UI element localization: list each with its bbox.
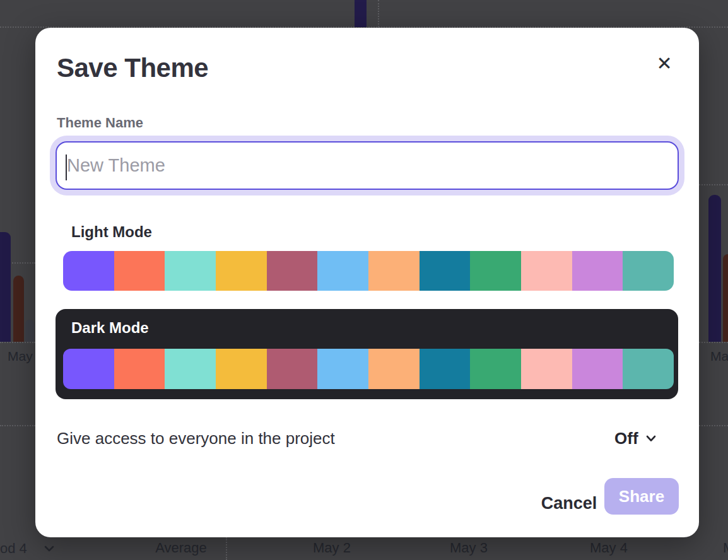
palette-swatch [63, 251, 114, 291]
palette-swatch [165, 251, 216, 291]
dark-mode-label: Dark Mode [71, 319, 149, 337]
dialog-title: Save Theme [57, 53, 208, 83]
bg-gridline-vertical [378, 0, 379, 27]
bg-axis-label-partial: M [723, 540, 728, 556]
palette-swatch [114, 349, 165, 389]
theme-name-label: Theme Name [57, 115, 143, 131]
bg-axis-label-may3: May 3 [450, 540, 488, 556]
palette-swatch [368, 251, 420, 291]
text-cursor [66, 155, 67, 180]
cancel-button[interactable]: Cancel [520, 486, 618, 521]
theme-name-field-wrapper [56, 141, 679, 190]
bg-chart-bar [25, 320, 34, 342]
bg-baseline [699, 342, 728, 343]
palette-swatch [63, 349, 114, 389]
bg-baseline [0, 342, 35, 343]
palette-swatch [521, 349, 572, 389]
palette-swatch [420, 349, 471, 389]
chevron-down-icon[interactable] [44, 545, 55, 552]
bg-gridline [0, 425, 35, 426]
bg-month-label-right: Ma [710, 349, 728, 364]
bg-axis-label-may4: May 4 [590, 540, 628, 556]
dark-mode-card: Dark Mode [56, 309, 678, 399]
bg-period-selector[interactable]: od 4 [0, 540, 27, 557]
palette-swatch [317, 251, 368, 291]
palette-swatch [521, 251, 572, 291]
access-dropdown-value: Off [614, 429, 638, 448]
bg-gridline-vertical [226, 537, 227, 560]
palette-swatch [572, 349, 623, 389]
bg-chart-bar [708, 195, 721, 342]
palette-swatch [470, 251, 521, 291]
palette-swatch [216, 251, 267, 291]
theme-name-input[interactable] [67, 155, 667, 176]
bg-axis-label-average: Average [155, 540, 207, 556]
palette-swatch [267, 251, 318, 291]
dark-mode-palette [63, 349, 674, 389]
bg-chart-bar [0, 232, 11, 342]
palette-swatch [470, 349, 521, 389]
access-dropdown[interactable]: Off [614, 426, 671, 450]
palette-swatch [623, 251, 674, 291]
light-mode-palette [63, 251, 674, 291]
bg-month-label-left: May [8, 349, 33, 364]
palette-swatch [572, 251, 623, 291]
app-root: { "background": { "period_label": "od 4"… [0, 0, 728, 560]
bg-gridline [699, 184, 728, 185]
palette-swatch [368, 349, 420, 389]
palette-swatch [216, 349, 267, 389]
palette-swatch [420, 251, 471, 291]
chevron-down-icon [645, 435, 657, 443]
save-theme-dialog: Save Theme ✕ Theme Name Light Mode Dark … [35, 28, 699, 537]
bg-gridline [699, 425, 728, 426]
close-icon[interactable]: ✕ [650, 50, 678, 78]
access-label: Give access to everyone in the project [57, 429, 335, 448]
bg-axis-label-may2: May 2 [313, 540, 351, 556]
bg-chart-bar [13, 276, 24, 342]
palette-swatch [317, 349, 368, 389]
palette-swatch [165, 349, 216, 389]
bg-period-label: od 4 [0, 540, 27, 556]
palette-swatch [114, 251, 165, 291]
bg-chart-bar [355, 0, 367, 27]
palette-swatch [267, 349, 318, 389]
palette-swatch [623, 349, 674, 389]
light-mode-label: Light Mode [71, 223, 152, 241]
share-button[interactable]: Share [604, 478, 679, 515]
bg-chart-bar [723, 254, 728, 342]
